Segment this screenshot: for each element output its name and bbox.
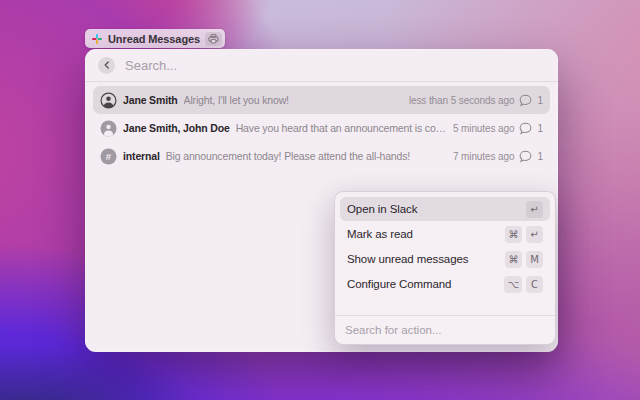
comment-bubble-icon	[519, 122, 532, 135]
svg-text:#: #	[106, 150, 112, 161]
message-time: 5 minutes ago	[453, 123, 515, 134]
option-key-icon: ⌥	[504, 276, 522, 293]
return-key-icon: ↵	[526, 201, 543, 218]
message-time: less than 5 seconds ago	[409, 95, 515, 106]
action-item-open-in-slack[interactable]: Open in Slack ↵	[340, 197, 550, 221]
command-tag[interactable]: Unread Messages	[85, 29, 225, 48]
action-label: Show unread messages	[347, 253, 468, 265]
printer-icon	[205, 32, 222, 46]
action-item-configure-command[interactable]: Configure Command ⌥ C	[340, 272, 550, 296]
command-key-icon: ⌘	[505, 226, 522, 243]
message-preview: Big announcement today! Please attend th…	[166, 150, 410, 162]
message-preview: Have you heard that an announcement is c…	[236, 122, 447, 134]
search-input[interactable]: Search...	[125, 58, 177, 73]
comment-bubble-icon	[519, 94, 532, 107]
search-header: Search...	[85, 49, 558, 82]
shortcut-keys: ⌘ ↵	[505, 226, 543, 243]
action-panel: Open in Slack ↵ Mark as read ⌘ ↵ Show un…	[334, 191, 556, 345]
comment-bubble-icon	[519, 150, 532, 163]
action-item-mark-as-read[interactable]: Mark as read ⌘ ↵	[340, 222, 550, 246]
person-circle-icon	[100, 92, 117, 109]
hash-circle-icon: #	[100, 148, 117, 165]
message-title: Jane Smith	[123, 94, 178, 106]
reply-count: 1	[537, 95, 543, 106]
action-item-show-unread-messages[interactable]: Show unread messages ⌘ M	[340, 247, 550, 271]
people-circle-icon	[100, 120, 117, 137]
back-button[interactable]	[98, 57, 115, 74]
action-label: Configure Command	[347, 278, 451, 290]
message-row-jane-smith-john-doe[interactable]: Jane Smith, John Doe Have you heard that…	[93, 114, 550, 142]
action-search[interactable]: Search for action...	[335, 315, 555, 344]
message-row-internal[interactable]: # internal Big announcement today! Pleas…	[93, 142, 550, 170]
command-tag-label: Unread Messages	[108, 33, 200, 45]
message-title: Jane Smith, John Doe	[123, 122, 230, 134]
m-key: M	[526, 251, 543, 268]
action-label: Mark as read	[347, 228, 413, 240]
shortcut-keys: ⌥ C	[504, 276, 543, 293]
action-label: Open in Slack	[347, 203, 417, 215]
c-key: C	[526, 276, 543, 293]
shortcut-keys: ⌘ M	[505, 251, 543, 268]
shortcut-keys: ↵	[526, 201, 543, 218]
message-meta: 7 minutes ago 1	[453, 150, 543, 163]
message-title: internal	[123, 150, 160, 162]
command-key-icon: ⌘	[505, 251, 522, 268]
message-row-jane-smith[interactable]: Jane Smith Alright, I'll let you know! l…	[93, 86, 550, 114]
raycast-window: Search... Jane Smith Alright, I'll let y…	[85, 49, 558, 352]
message-list: Jane Smith Alright, I'll let you know! l…	[85, 82, 558, 170]
action-search-placeholder: Search for action...	[345, 324, 442, 336]
reply-count: 1	[537, 123, 543, 134]
reply-count: 1	[537, 151, 543, 162]
message-preview: Alright, I'll let you know!	[184, 94, 289, 106]
return-key-icon: ↵	[526, 226, 543, 243]
action-items: Open in Slack ↵ Mark as read ⌘ ↵ Show un…	[335, 192, 555, 302]
slack-icon	[91, 33, 103, 45]
message-meta: less than 5 seconds ago 1	[409, 94, 543, 107]
message-meta: 5 minutes ago 1	[453, 122, 543, 135]
desktop-wallpaper: Unread Messages Search...	[0, 0, 640, 400]
message-time: 7 minutes ago	[453, 151, 515, 162]
